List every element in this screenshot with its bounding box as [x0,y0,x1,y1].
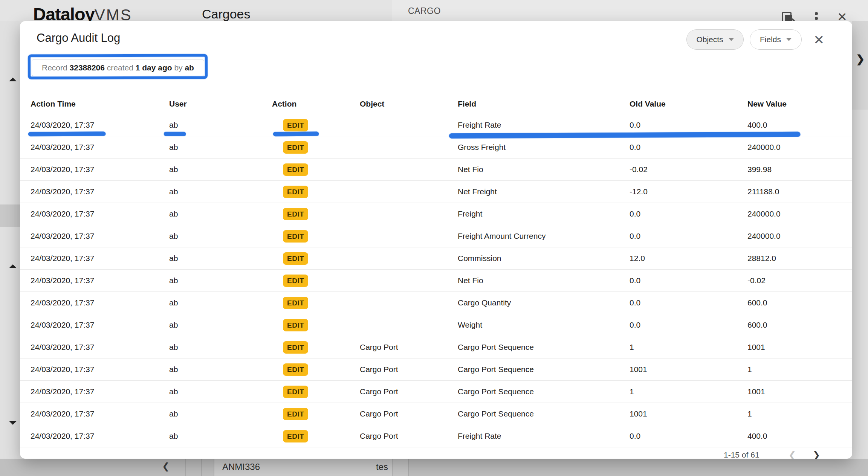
col-header-new-value: New Value [747,99,852,108]
cell-field: Net Fio [458,165,630,174]
action-badge: EDIT [283,230,308,243]
table-row[interactable]: 24/03/2020, 17:37 ab EDIT Cargo Quantity… [20,292,852,314]
cell-old-value: 0.0 [630,320,747,330]
cell-new-value: 600.0 [747,320,852,330]
cell-new-value: 28812.0 [747,254,852,263]
col-header-user: User [169,99,272,108]
cell-old-value: 1 [630,387,747,396]
table-row[interactable]: 24/03/2020, 17:37 ab EDIT Commission 12.… [20,247,852,270]
fields-dropdown-label: Fields [760,35,781,44]
cell-action-time: 24/03/2020, 17:37 [31,320,169,330]
action-badge: EDIT [283,275,308,287]
cell-field: Net Fio [458,276,630,285]
cell-old-value: 1001 [630,409,747,418]
cell-old-value: 0.0 [630,298,747,307]
annotation-underline-time [28,131,105,136]
cell-user: ab [169,320,272,330]
objects-dropdown[interactable]: Objects [686,29,744,50]
cell-field: Freight Rate [458,432,630,441]
panel-expand-icon[interactable]: ❯ [856,53,865,65]
scroll-up-icon[interactable] [9,78,17,81]
background-selected-row [0,204,20,227]
cell-action-time: 24/03/2020, 17:37 [31,276,169,285]
background-left-strip [0,21,20,459]
cell-new-value: 1001 [747,387,852,396]
cell-field: Cargo Port Sequence [458,409,630,418]
fields-dropdown[interactable]: Fields [750,29,802,50]
table-body: 24/03/2020, 17:37 ab EDIT Freight Rate 0… [20,114,852,447]
annotation-underline-user [164,132,186,136]
col-header-action: Action [272,99,360,108]
table-row[interactable]: 24/03/2020, 17:37 ab EDIT Net Fio 0.0 -0… [20,270,852,292]
cell-object: Cargo Port [360,387,458,396]
table-row[interactable]: 24/03/2020, 17:37 ab EDIT Net Freight -1… [20,181,852,203]
cell-action-time: 24/03/2020, 17:37 [31,343,169,352]
cell-user: ab [169,365,272,374]
action-badge: EDIT [283,297,308,309]
background-note: tes [376,462,388,472]
action-badge: EDIT [283,163,308,176]
annotation-record-box [28,54,208,79]
nav-tab-cargoes[interactable]: Cargoes [202,7,251,21]
table-row[interactable]: 24/03/2020, 17:37 ab EDIT Cargo Port Car… [20,381,852,403]
table-row[interactable]: 24/03/2020, 17:37 ab EDIT Cargo Port Car… [20,336,852,359]
cell-action-time: 24/03/2020, 17:37 [31,187,169,196]
table-row[interactable]: 24/03/2020, 17:37 ab EDIT Cargo Port Car… [20,359,852,381]
cell-object: Cargo Port [360,409,458,418]
cell-new-value: 399.98 [747,165,852,174]
action-badge: EDIT [283,363,308,376]
cell-new-value: 600.0 [747,298,852,307]
cell-old-value: 0.0 [630,143,747,152]
action-badge: EDIT [283,408,308,420]
cell-field: Freight [458,209,630,218]
modal-close-icon[interactable]: ✕ [813,32,824,47]
cell-user: ab [169,187,272,196]
table-row[interactable]: 24/03/2020, 17:37 ab EDIT Freight Amount… [20,225,852,247]
cell-action-time: 24/03/2020, 17:37 [31,387,169,396]
scroll-up-icon[interactable] [9,264,17,268]
cell-object: Cargo Port [360,432,458,441]
cell-action-time: 24/03/2020, 17:37 [31,165,169,174]
pagination-prev-icon[interactable]: ❮ [789,450,796,459]
cell-old-value: 1 [630,343,747,352]
collapse-icon[interactable]: ❮ [162,461,170,471]
cell-old-value: 0.0 [630,121,747,130]
scroll-down-icon[interactable] [9,421,17,425]
background-cell [392,459,408,476]
cell-user: ab [169,121,272,130]
cell-old-value: 0.0 [630,432,747,441]
cell-action-time: 24/03/2020, 17:37 [31,254,169,263]
cell-field: Cargo Port Sequence [458,387,630,396]
action-badge: EDIT [283,186,308,198]
cell-new-value: 211188.0 [747,187,852,196]
table-row[interactable]: 24/03/2020, 17:37 ab EDIT Freight 0.0 24… [20,203,852,225]
cell-action-time: 24/03/2020, 17:37 [31,121,169,130]
audit-table: Action Time User Action Object Field Old… [20,94,852,447]
cell-action-time: 24/03/2020, 17:37 [31,409,169,418]
action-badge: EDIT [283,386,308,398]
cell-old-value: 12.0 [630,254,747,263]
cell-old-value: 0.0 [630,276,747,285]
cell-user: ab [169,232,272,241]
action-badge: EDIT [283,430,308,442]
cell-field: Cargo Port Sequence [458,343,630,352]
background-right-strip: ❯ [852,21,868,459]
col-header-action-time: Action Time [31,99,169,108]
cell-field: Cargo Quantity [458,298,630,307]
action-badge: EDIT [283,119,308,131]
table-row[interactable]: 24/03/2020, 17:37 ab EDIT Weight 0.0 600… [20,314,852,336]
table-row[interactable]: 24/03/2020, 17:37 ab EDIT Net Fio -0.02 … [20,159,852,181]
pagination-next-icon[interactable]: ❯ [813,450,820,459]
cell-action-time: 24/03/2020, 17:37 [31,232,169,241]
cell-user: ab [169,209,272,218]
table-row[interactable]: 24/03/2020, 17:37 ab EDIT Cargo Port Fre… [20,425,852,447]
table-row[interactable]: 24/03/2020, 17:37 ab EDIT Gross Freight … [20,136,852,159]
cell-user: ab [169,276,272,285]
cell-field: Gross Freight [458,143,630,152]
cell-user: ab [169,254,272,263]
table-row[interactable]: 24/03/2020, 17:37 ab EDIT Cargo Port Car… [20,403,852,425]
cell-action-time: 24/03/2020, 17:37 [31,209,169,218]
action-badge: EDIT [283,319,308,331]
cell-action-time: 24/03/2020, 17:37 [31,432,169,441]
cargo-audit-log-modal: Cargo Audit Log Objects Fields ✕ Record … [20,21,852,459]
